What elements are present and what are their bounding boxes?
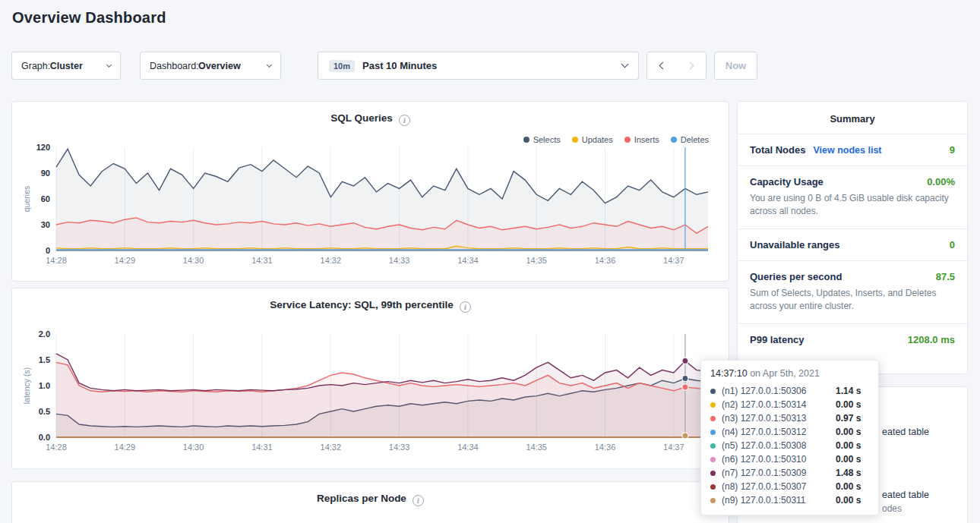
svg-text:14:37: 14:37 [663,443,684,452]
node-address: (n3) 127.0.0.1:50313 [722,413,836,424]
node-address: (n5) 127.0.0.1:50308 [722,440,836,451]
tooltip-node-row: (n2) 127.0.0.1:503140.00 s [710,398,869,411]
svg-text:14:33: 14:33 [389,256,410,265]
event-text-fragment: eated table [882,427,929,437]
tooltip-node-row: (n6) 127.0.0.1:503100.00 s [710,452,869,466]
now-button[interactable]: Now [714,52,757,80]
info-icon[interactable]: i [399,115,410,126]
node-latency-value: 0.00 s [836,454,861,465]
chart-title: SQL Queries [330,112,393,124]
chart-title: Replicas per Node [317,493,406,504]
tooltip-timestamp: 14:37:10 on Apr 5th, 2021 [710,368,869,379]
graph-dropdown-label: Graph: [21,61,50,71]
replicas-per-node-panel: Replicas per Nodei [11,481,729,523]
node-latency-value: 0.00 s [836,440,861,451]
service-latency-panel: Service Latency: SQL, 99th percentilei 1… [11,288,729,469]
capacity-usage-label: Capacity Usage [750,176,824,187]
p99-latency-value: 1208.0 ms [908,334,955,345]
graph-dropdown[interactable]: Graph: Cluster [11,52,121,80]
tooltip-time: 14:37:10 [710,368,748,379]
tooltip-node-row: (n8) 127.0.0.1:503070.00 s [710,480,869,493]
svg-text:1.0: 1.0 [39,381,50,390]
chevron-down-icon [267,61,272,67]
svg-text:latency (s): latency (s) [22,367,31,404]
svg-text:14:32: 14:32 [321,443,342,452]
summary-row-capacity: Capacity Usage 0.00% You are using 0 B o… [738,166,967,229]
svg-text:14:29: 14:29 [115,256,136,265]
event-text-fragment: odes [882,503,902,514]
node-color-dot [710,430,716,435]
sql-queries-header: SQL Queriesi [12,112,729,126]
svg-text:14:34: 14:34 [457,256,479,265]
node-latency-value: 1.14 s [836,386,861,396]
svg-text:60: 60 [41,194,50,203]
tooltip-node-row: (n3) 127.0.0.1:503130.97 s [710,411,869,425]
sql-queries-chart[interactable]: 14:2814:2914:3014:3114:3214:3314:3414:35… [21,141,720,270]
node-latency-value: 0.00 s [836,481,861,492]
svg-text:14:32: 14:32 [321,256,342,265]
node-address: (n4) 127.0.0.1:50312 [722,427,836,437]
node-latency-value: 0.97 s [836,413,861,424]
chevron-left-icon [659,62,667,70]
svg-text:14:28: 14:28 [46,256,67,265]
node-color-dot [710,471,716,476]
svg-text:90: 90 [41,169,50,178]
svg-text:0: 0 [46,246,50,255]
svg-text:0.0: 0.0 [39,433,50,442]
chart-title: Service Latency: SQL, 99th percentile [270,299,454,310]
qps-description: Sum of Selects, Updates, Inserts, and De… [750,287,955,313]
event-text-fragment: eated table [882,490,929,500]
summary-row-qps: Queries per second 87.5 Sum of Selects, … [738,261,967,324]
node-latency-value: 0.00 s [836,495,861,506]
svg-text:14:36: 14:36 [595,443,616,452]
node-address: (n6) 127.0.0.1:50310 [722,454,836,465]
capacity-usage-description: You are using 0 B of 4.5 GiB usable disk… [750,192,955,219]
svg-text:14:29: 14:29 [115,443,136,452]
svg-text:2.0: 2.0 [39,329,50,339]
svg-text:0.5: 0.5 [39,407,50,416]
time-prev-button[interactable] [646,52,677,80]
capacity-usage-value: 0.00% [927,176,955,187]
summary-row-unavailable-ranges: Unavailable ranges 0 [738,229,967,261]
tooltip-date: on Apr 5th, 2021 [750,368,820,379]
overview-dashboard-page: Overview Dashboard Graph: Cluster Dashbo… [0,0,980,523]
info-icon[interactable]: i [413,495,424,506]
node-color-dot [710,484,716,490]
chevron-right-icon [686,62,694,70]
service-latency-chart[interactable]: 14:2814:2914:3014:3114:3214:3314:3414:35… [21,328,720,457]
svg-text:14:34: 14:34 [457,443,479,452]
unavailable-ranges-value: 0 [950,239,955,250]
time-next-button[interactable] [676,52,707,80]
svg-text:30: 30 [41,220,50,229]
page-title: Overview Dashboard [12,9,166,27]
view-nodes-list-link[interactable]: View nodes list [813,145,881,156]
time-range-selector[interactable]: 10m Past 10 Minutes [318,52,639,80]
node-latency-value: 0.00 s [836,399,861,410]
node-latency-value: 0.00 s [836,427,861,437]
svg-text:1.5: 1.5 [39,355,50,364]
graph-dropdown-value: Cluster [50,61,83,71]
tooltip-rows: (n1) 127.0.0.1:503061.14 s(n2) 127.0.0.1… [710,384,869,507]
tooltip-node-row: (n5) 127.0.0.1:503080.00 s [710,439,869,452]
tooltip-node-row: (n9) 127.0.0.1:503110.00 s [710,493,869,507]
svg-text:120: 120 [36,143,50,152]
chevron-down-icon [106,61,112,67]
tooltip-node-row: (n1) 127.0.0.1:503061.14 s [710,384,869,398]
summary-title: Summary [738,102,967,134]
node-address: (n8) 127.0.0.1:50307 [722,481,836,492]
node-color-dot [710,457,716,462]
total-nodes-value: 9 [950,144,955,156]
chevron-down-icon [621,61,629,68]
unavailable-ranges-label: Unavailable ranges [750,239,840,250]
qps-value: 87.5 [936,271,955,282]
node-color-dot [710,416,716,421]
summary-panel: Summary Total Nodes View nodes list 9 Ca… [737,101,968,374]
dashboard-dropdown[interactable]: Dashboard: Overview [140,52,281,80]
node-address: (n7) 127.0.0.1:50309 [722,468,836,478]
summary-row-p99-latency: P99 latency 1208.0 ms [738,324,967,355]
service-latency-header: Service Latency: SQL, 99th percentilei [12,299,729,313]
summary-row-total-nodes: Total Nodes View nodes list 9 [738,134,967,166]
replicas-header: Replicas per Nodei [12,493,729,506]
info-icon[interactable]: i [460,301,471,313]
time-range-badge: 10m [329,60,355,72]
